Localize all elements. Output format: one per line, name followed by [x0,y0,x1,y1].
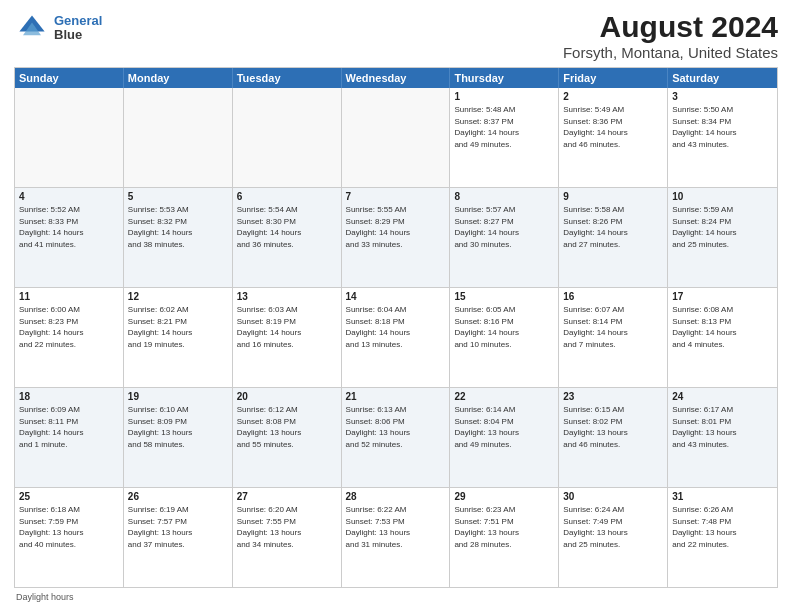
day-number: 9 [563,191,663,202]
cal-row: 18Sunrise: 6:09 AM Sunset: 8:11 PM Dayli… [15,388,777,488]
cal-cell: 27Sunrise: 6:20 AM Sunset: 7:55 PM Dayli… [233,488,342,587]
day-number: 25 [19,491,119,502]
cal-header-day: Tuesday [233,68,342,88]
cal-header-day: Wednesday [342,68,451,88]
logo-icon [14,10,50,46]
cal-cell: 16Sunrise: 6:07 AM Sunset: 8:14 PM Dayli… [559,288,668,387]
cell-info: Sunrise: 6:03 AM Sunset: 8:19 PM Dayligh… [237,304,337,350]
cal-cell: 14Sunrise: 6:04 AM Sunset: 8:18 PM Dayli… [342,288,451,387]
day-number: 27 [237,491,337,502]
day-number: 15 [454,291,554,302]
day-number: 30 [563,491,663,502]
day-number: 13 [237,291,337,302]
day-number: 11 [19,291,119,302]
cal-cell: 24Sunrise: 6:17 AM Sunset: 8:01 PM Dayli… [668,388,777,487]
cal-cell: 11Sunrise: 6:00 AM Sunset: 8:23 PM Dayli… [15,288,124,387]
cal-cell [124,88,233,187]
cal-cell: 4Sunrise: 5:52 AM Sunset: 8:33 PM Daylig… [15,188,124,287]
page-title: August 2024 [563,10,778,44]
cell-info: Sunrise: 5:50 AM Sunset: 8:34 PM Dayligh… [672,104,773,150]
cal-cell: 10Sunrise: 5:59 AM Sunset: 8:24 PM Dayli… [668,188,777,287]
cell-info: Sunrise: 5:58 AM Sunset: 8:26 PM Dayligh… [563,204,663,250]
day-number: 5 [128,191,228,202]
day-number: 18 [19,391,119,402]
title-block: August 2024 Forsyth, Montana, United Sta… [563,10,778,61]
cal-cell: 7Sunrise: 5:55 AM Sunset: 8:29 PM Daylig… [342,188,451,287]
day-number: 24 [672,391,773,402]
day-number: 3 [672,91,773,102]
cal-row: 11Sunrise: 6:00 AM Sunset: 8:23 PM Dayli… [15,288,777,388]
day-number: 28 [346,491,446,502]
cal-cell: 1Sunrise: 5:48 AM Sunset: 8:37 PM Daylig… [450,88,559,187]
day-number: 7 [346,191,446,202]
cal-cell: 25Sunrise: 6:18 AM Sunset: 7:59 PM Dayli… [15,488,124,587]
cal-cell: 9Sunrise: 5:58 AM Sunset: 8:26 PM Daylig… [559,188,668,287]
day-number: 26 [128,491,228,502]
cell-info: Sunrise: 6:24 AM Sunset: 7:49 PM Dayligh… [563,504,663,550]
cell-info: Sunrise: 6:20 AM Sunset: 7:55 PM Dayligh… [237,504,337,550]
cell-info: Sunrise: 5:59 AM Sunset: 8:24 PM Dayligh… [672,204,773,250]
cal-header-day: Friday [559,68,668,88]
day-number: 14 [346,291,446,302]
day-number: 31 [672,491,773,502]
footer-note: Daylight hours [14,592,778,602]
day-number: 23 [563,391,663,402]
cell-info: Sunrise: 6:26 AM Sunset: 7:48 PM Dayligh… [672,504,773,550]
calendar-header: SundayMondayTuesdayWednesdayThursdayFrid… [15,68,777,88]
cell-info: Sunrise: 5:57 AM Sunset: 8:27 PM Dayligh… [454,204,554,250]
logo-text: General Blue [54,14,102,43]
header: General Blue August 2024 Forsyth, Montan… [14,10,778,61]
cell-info: Sunrise: 6:10 AM Sunset: 8:09 PM Dayligh… [128,404,228,450]
cal-cell: 18Sunrise: 6:09 AM Sunset: 8:11 PM Dayli… [15,388,124,487]
cal-header-day: Saturday [668,68,777,88]
cal-cell: 29Sunrise: 6:23 AM Sunset: 7:51 PM Dayli… [450,488,559,587]
cal-cell [15,88,124,187]
cal-cell: 17Sunrise: 6:08 AM Sunset: 8:13 PM Dayli… [668,288,777,387]
cal-cell: 20Sunrise: 6:12 AM Sunset: 8:08 PM Dayli… [233,388,342,487]
cell-info: Sunrise: 5:54 AM Sunset: 8:30 PM Dayligh… [237,204,337,250]
cell-info: Sunrise: 5:55 AM Sunset: 8:29 PM Dayligh… [346,204,446,250]
cell-info: Sunrise: 6:05 AM Sunset: 8:16 PM Dayligh… [454,304,554,350]
page: General Blue August 2024 Forsyth, Montan… [0,0,792,612]
cal-header-day: Monday [124,68,233,88]
cell-info: Sunrise: 6:08 AM Sunset: 8:13 PM Dayligh… [672,304,773,350]
day-number: 10 [672,191,773,202]
cell-info: Sunrise: 5:49 AM Sunset: 8:36 PM Dayligh… [563,104,663,150]
day-number: 22 [454,391,554,402]
cal-cell [342,88,451,187]
cell-info: Sunrise: 6:19 AM Sunset: 7:57 PM Dayligh… [128,504,228,550]
day-number: 21 [346,391,446,402]
logo-line1: General [54,14,102,28]
cell-info: Sunrise: 6:12 AM Sunset: 8:08 PM Dayligh… [237,404,337,450]
cell-info: Sunrise: 6:18 AM Sunset: 7:59 PM Dayligh… [19,504,119,550]
day-number: 17 [672,291,773,302]
cell-info: Sunrise: 6:04 AM Sunset: 8:18 PM Dayligh… [346,304,446,350]
cal-cell: 21Sunrise: 6:13 AM Sunset: 8:06 PM Dayli… [342,388,451,487]
cal-cell: 23Sunrise: 6:15 AM Sunset: 8:02 PM Dayli… [559,388,668,487]
cal-cell: 13Sunrise: 6:03 AM Sunset: 8:19 PM Dayli… [233,288,342,387]
day-number: 12 [128,291,228,302]
cal-row: 25Sunrise: 6:18 AM Sunset: 7:59 PM Dayli… [15,488,777,587]
cell-info: Sunrise: 6:13 AM Sunset: 8:06 PM Dayligh… [346,404,446,450]
cal-cell: 15Sunrise: 6:05 AM Sunset: 8:16 PM Dayli… [450,288,559,387]
day-number: 8 [454,191,554,202]
cal-cell: 28Sunrise: 6:22 AM Sunset: 7:53 PM Dayli… [342,488,451,587]
cell-info: Sunrise: 6:17 AM Sunset: 8:01 PM Dayligh… [672,404,773,450]
page-subtitle: Forsyth, Montana, United States [563,44,778,61]
cell-info: Sunrise: 6:15 AM Sunset: 8:02 PM Dayligh… [563,404,663,450]
day-number: 4 [19,191,119,202]
cal-header-day: Sunday [15,68,124,88]
calendar-body: 1Sunrise: 5:48 AM Sunset: 8:37 PM Daylig… [15,88,777,587]
cell-info: Sunrise: 6:07 AM Sunset: 8:14 PM Dayligh… [563,304,663,350]
cal-cell: 6Sunrise: 5:54 AM Sunset: 8:30 PM Daylig… [233,188,342,287]
calendar: SundayMondayTuesdayWednesdayThursdayFrid… [14,67,778,588]
cal-cell: 2Sunrise: 5:49 AM Sunset: 8:36 PM Daylig… [559,88,668,187]
cal-cell: 22Sunrise: 6:14 AM Sunset: 8:04 PM Dayli… [450,388,559,487]
cell-info: Sunrise: 6:02 AM Sunset: 8:21 PM Dayligh… [128,304,228,350]
cal-cell: 19Sunrise: 6:10 AM Sunset: 8:09 PM Dayli… [124,388,233,487]
cal-row: 1Sunrise: 5:48 AM Sunset: 8:37 PM Daylig… [15,88,777,188]
cal-cell: 3Sunrise: 5:50 AM Sunset: 8:34 PM Daylig… [668,88,777,187]
cal-cell [233,88,342,187]
cell-info: Sunrise: 6:14 AM Sunset: 8:04 PM Dayligh… [454,404,554,450]
cal-cell: 5Sunrise: 5:53 AM Sunset: 8:32 PM Daylig… [124,188,233,287]
